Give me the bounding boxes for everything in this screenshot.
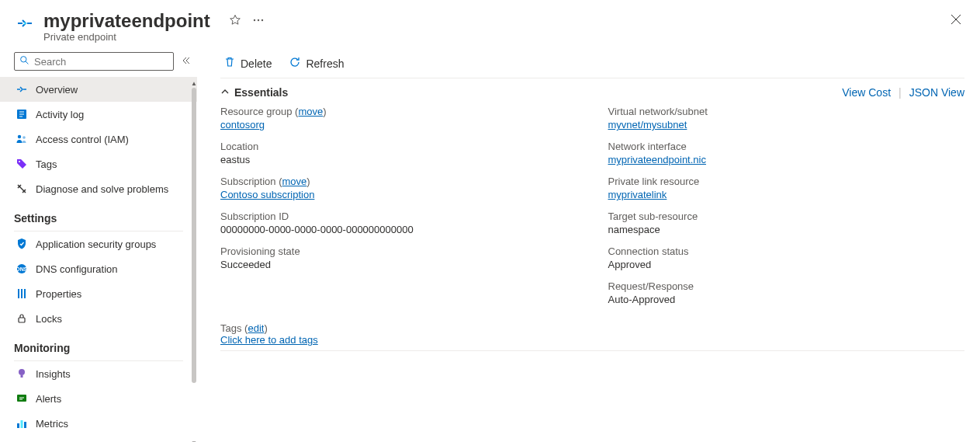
nav-dns-configuration[interactable]: DNS DNS configuration (0, 256, 197, 281)
svg-point-6 (18, 135, 21, 138)
nic-value[interactable]: myprivateendpoint.nic (608, 154, 706, 165)
conn-status-label: Connection status (608, 245, 965, 257)
nav-access-control[interactable]: Access control (IAM) (0, 127, 197, 151)
divider (220, 350, 964, 351)
subscription-id-label: Subscription ID (220, 211, 577, 222)
nav-overview[interactable]: Overview (0, 77, 197, 102)
vnet-subnet-value[interactable]: myvnet/mysubnet (608, 119, 687, 131)
provisioning-state-label: Provisioning state (220, 245, 577, 257)
nav-properties[interactable]: Properties (0, 281, 197, 306)
svg-point-2 (258, 19, 259, 21)
nav-app-security-groups[interactable]: Application security groups (0, 231, 197, 256)
provisioning-state-value: Succeeded (220, 259, 577, 270)
move-resource-group-link[interactable]: move (298, 106, 323, 117)
subscription-label: Subscription (220, 176, 276, 187)
metrics-icon (16, 417, 28, 430)
move-subscription-link[interactable]: move (282, 176, 307, 187)
nav-diagnose[interactable]: Diagnose and solve problems (0, 176, 197, 201)
essentials-title: Essentials (234, 86, 288, 99)
view-cost-link[interactable]: View Cost (842, 86, 891, 99)
diagnose-icon (16, 183, 28, 195)
delete-label: Delete (241, 57, 272, 70)
search-input-wrapper[interactable] (14, 52, 174, 71)
subscription-value[interactable]: Contoso subscription (220, 189, 314, 200)
plr-value[interactable]: myprivatelink (608, 189, 667, 200)
scroll-up-icon[interactable]: ▲ (191, 80, 197, 86)
more-button[interactable] (252, 14, 265, 26)
svg-text:DNS: DNS (16, 266, 28, 272)
delete-button[interactable]: Delete (220, 49, 275, 78)
refresh-label: Refresh (306, 57, 344, 70)
access-control-icon (16, 133, 28, 145)
shield-icon (16, 238, 28, 250)
svg-point-8 (19, 161, 20, 162)
nav-activity-log[interactable]: Activity log (0, 102, 197, 127)
nav-alerts-label: Alerts (36, 393, 61, 405)
tags-icon (16, 158, 28, 170)
nav-tags[interactable]: Tags (0, 151, 197, 176)
vnet-subnet-label: Virtual network/subnet (608, 106, 965, 117)
properties-icon (16, 287, 28, 300)
search-input[interactable] (34, 56, 168, 68)
resource-group-label: Resource group (220, 106, 293, 117)
svg-point-3 (261, 19, 263, 21)
nav-section-settings: Settings (0, 201, 197, 228)
resource-group-value[interactable]: contosorg (220, 119, 265, 131)
svg-rect-16 (21, 375, 23, 378)
svg-rect-18 (17, 423, 19, 428)
page-title: myprivateendpoint (43, 11, 210, 31)
dns-icon: DNS (16, 263, 28, 275)
nav-diagnose-label: Diagnose and solve problems (36, 183, 168, 195)
nic-label: Network interface (608, 141, 965, 152)
activity-log-icon (16, 108, 28, 120)
insights-icon (16, 367, 28, 380)
nav-overview-label: Overview (36, 84, 78, 96)
svg-rect-13 (24, 289, 26, 298)
tags-edit-link[interactable]: edit (248, 322, 264, 334)
alerts-icon (16, 392, 28, 405)
essentials-chevron-icon[interactable] (220, 86, 230, 99)
nav-insights-label: Insights (36, 368, 71, 380)
add-tags-link[interactable]: Click here to add tags (220, 334, 318, 346)
nav-locks-label: Locks (36, 313, 62, 325)
delete-icon (223, 56, 236, 71)
request-response-label: Request/Response (608, 280, 965, 292)
favorite-button[interactable] (229, 14, 241, 26)
close-button[interactable] (951, 14, 961, 25)
svg-rect-14 (19, 318, 25, 322)
request-response-value: Auto-Approved (608, 294, 965, 305)
tags-label: Tags (220, 322, 241, 334)
svg-point-4 (21, 57, 26, 62)
refresh-icon (289, 56, 301, 71)
json-view-link[interactable]: JSON View (909, 86, 964, 99)
svg-rect-11 (18, 289, 19, 298)
svg-rect-12 (21, 289, 23, 298)
nav-metrics[interactable]: Metrics (0, 411, 197, 436)
refresh-button[interactable]: Refresh (286, 49, 347, 78)
svg-rect-20 (24, 422, 26, 428)
search-icon (19, 55, 29, 68)
nav-locks[interactable]: Locks (0, 306, 197, 331)
separator: | (899, 86, 902, 99)
svg-point-15 (19, 369, 25, 375)
nav-insights[interactable]: Insights (0, 361, 197, 386)
scroll-thumb[interactable] (192, 88, 196, 383)
sidebar-scrollbar[interactable]: ▲ ▼ (191, 80, 197, 442)
nav-access-control-label: Access control (IAM) (36, 134, 129, 145)
svg-point-7 (23, 137, 26, 140)
conn-status-value: Approved (608, 259, 965, 270)
resource-icon (14, 12, 36, 37)
location-value: eastus (220, 154, 577, 165)
nav-alerts[interactable]: Alerts (0, 386, 197, 411)
nav-tags-label: Tags (36, 158, 57, 170)
nav-metrics-label: Metrics (36, 418, 68, 430)
nav-section-monitoring: Monitoring (0, 331, 197, 357)
nav-dns-label: DNS configuration (36, 263, 118, 275)
plr-label: Private link resource (608, 176, 965, 187)
svg-rect-19 (21, 420, 23, 428)
subscription-id-value: 00000000-0000-0000-0000-000000000000 (220, 224, 577, 235)
target-value: namespace (608, 224, 965, 235)
page-subtitle: Private endpoint (43, 31, 210, 43)
collapse-sidebar-button[interactable] (182, 56, 191, 68)
lock-icon (16, 312, 28, 325)
